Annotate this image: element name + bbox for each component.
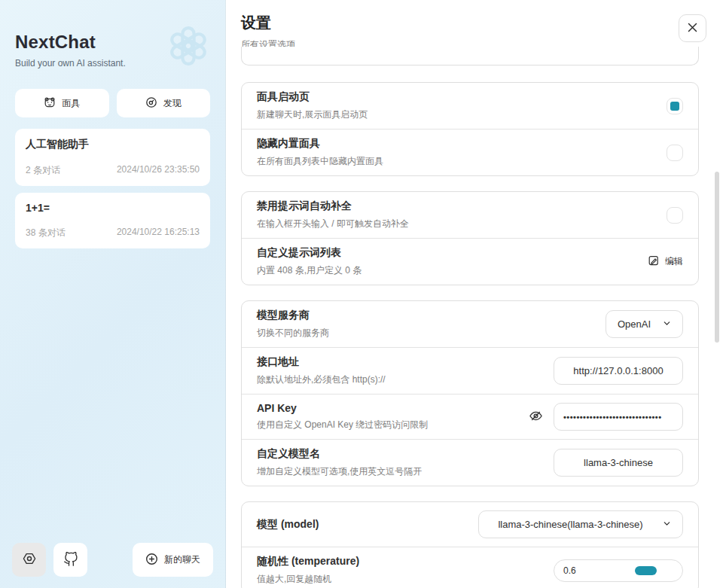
- setting-title: 模型服务商: [257, 309, 329, 322]
- openai-logo-icon: [167, 25, 209, 67]
- edit-button-label: 编辑: [665, 255, 683, 268]
- scrollbar[interactable]: [715, 172, 719, 343]
- setting-row-api-key: API Key 使用自定义 OpenAI Key 绕过密码访问限制: [242, 395, 698, 440]
- github-icon: [63, 551, 78, 568]
- chat-title: 人工智能助手: [26, 138, 200, 151]
- chat-title: 1+1=: [26, 202, 200, 214]
- edit-prompts-button[interactable]: 编辑: [648, 254, 683, 269]
- setting-title: 面具启动页: [257, 90, 368, 104]
- edit-icon: [648, 254, 660, 269]
- endpoint-input[interactable]: [554, 357, 683, 385]
- settings-scroll-area: 面具启动页 新建聊天时,展示面具启动页 隐藏内置面具 在所有面具列表中隐藏内置面…: [241, 47, 699, 588]
- setting-title: 随机性 (temperature): [257, 555, 359, 568]
- setting-row-provider: 模型服务商 切换不同的服务商 OpenAI: [242, 301, 698, 348]
- custom-models-input[interactable]: [554, 449, 683, 477]
- setting-row-model: 模型 (model) llama-3-chinese(llama-3-chine…: [242, 502, 698, 547]
- model-select[interactable]: llama-3-chinese(llama-3-chinese): [478, 510, 683, 538]
- close-button[interactable]: [679, 14, 706, 42]
- sidebar-top-buttons: 面具 发现: [15, 89, 210, 117]
- panel-provider: 模型服务商 切换不同的服务商 OpenAI 接口地址: [241, 300, 699, 486]
- settings-page: 设置 所有设置选项 面具启动页 新建聊天时,展示面具启动页: [226, 0, 723, 588]
- setting-title: 隐藏内置面具: [257, 137, 383, 151]
- settings-header: 设置 所有设置选项: [226, 0, 723, 51]
- chat-count: 2 条对话: [26, 164, 60, 177]
- setting-title: API Key: [257, 402, 428, 414]
- mask-icon: [44, 96, 56, 111]
- toggle-key-visibility-button[interactable]: [529, 409, 543, 425]
- chevron-down-icon: [663, 318, 671, 330]
- discover-button[interactable]: 发现: [117, 89, 211, 117]
- checkbox-check: [670, 102, 679, 111]
- chat-item[interactable]: 人工智能助手 2 条对话 2024/10/26 23:35:50: [15, 129, 210, 186]
- setting-subtitle: 新建聊天时,展示面具启动页: [257, 108, 368, 121]
- setting-row-endpoint: 接口地址 除默认地址外,必须包含 http(s)://: [242, 348, 698, 395]
- temperature-slider[interactable]: 0.6: [554, 559, 683, 582]
- setting-title: 模型 (model): [257, 518, 319, 532]
- temperature-value: 0.6: [563, 565, 576, 576]
- setting-row-custom-models: 自定义模型名 增加自定义模型可选项,使用英文逗号隔开: [242, 440, 698, 486]
- chat-time: 2024/10/26 23:35:50: [117, 164, 200, 177]
- setting-title: 自定义模型名: [257, 447, 422, 461]
- panel-model: 模型 (model) llama-3-chinese(llama-3-chine…: [241, 501, 699, 588]
- sidebar: NextChat Build your own AI assistant. 面具: [0, 0, 226, 588]
- add-circle-icon: [145, 553, 158, 568]
- chat-list: 人工智能助手 2 条对话 2024/10/26 23:35:50 1+1= 38…: [15, 129, 210, 248]
- chevron-down-icon: [663, 519, 671, 530]
- setting-subtitle: 使用自定义 OpenAI Key 绕过密码访问限制: [257, 419, 428, 431]
- setting-title: 自定义提示词列表: [257, 246, 362, 260]
- slider-thumb[interactable]: [635, 566, 657, 575]
- setting-subtitle: 增加自定义模型可选项,使用英文逗号隔开: [257, 465, 422, 478]
- panel-mask-options: 面具启动页 新建聊天时,展示面具启动页 隐藏内置面具 在所有面具列表中隐藏内置面…: [241, 82, 699, 176]
- discover-icon: [145, 96, 157, 111]
- hide-builtin-masks-checkbox[interactable]: [667, 145, 683, 161]
- provider-select[interactable]: OpenAI: [606, 310, 683, 338]
- setting-title: 禁用提示词自动补全: [257, 200, 409, 213]
- chat-item[interactable]: 1+1= 38 条对话 2024/10/22 16:25:13: [15, 193, 210, 248]
- chat-count: 38 条对话: [26, 227, 66, 239]
- new-chat-button[interactable]: 新的聊天: [133, 543, 213, 577]
- app: NextChat Build your own AI assistant. 面具: [0, 0, 723, 588]
- setting-subtitle: 除默认地址外,必须包含 http(s)://: [257, 373, 386, 386]
- setting-row-disable-autocomplete: 禁用提示词自动补全 在输入框开头输入 / 即可触发自动补全: [242, 192, 698, 239]
- api-key-input[interactable]: [554, 403, 683, 431]
- setting-row-hide-builtin-masks: 隐藏内置面具 在所有面具列表中隐藏内置面具: [242, 129, 698, 175]
- setting-title: 接口地址: [257, 355, 386, 369]
- panel-prompt-options: 禁用提示词自动补全 在输入框开头输入 / 即可触发自动补全 自定义提示词列表 内…: [241, 191, 699, 285]
- setting-row-mask-splash: 面具启动页 新建聊天时,展示面具启动页: [242, 83, 698, 129]
- eye-off-icon: [529, 409, 543, 425]
- panel-clipped-top: [241, 47, 699, 66]
- sidebar-footer: 新的聊天: [12, 543, 213, 577]
- new-chat-button-label: 新的聊天: [164, 553, 200, 566]
- setting-row-custom-prompts: 自定义提示词列表 内置 408 条,用户定义 0 条 编辑: [242, 239, 698, 285]
- setting-row-temperature: 随机性 (temperature) 值越大,回复越随机 0.6: [242, 547, 698, 588]
- setting-subtitle: 切换不同的服务商: [257, 327, 329, 340]
- mask-button[interactable]: 面具: [15, 89, 109, 117]
- chat-time: 2024/10/22 16:25:13: [117, 227, 200, 239]
- setting-subtitle: 在所有面具列表中隐藏内置面具: [257, 155, 383, 168]
- mask-button-label: 面具: [62, 97, 80, 110]
- provider-select-value: OpenAI: [618, 318, 651, 330]
- settings-button[interactable]: [12, 543, 46, 577]
- settings-gear-icon: [22, 551, 37, 568]
- github-button[interactable]: [53, 543, 87, 577]
- page-title: 设置: [241, 13, 708, 33]
- model-select-value: llama-3-chinese(llama-3-chinese): [490, 519, 651, 530]
- setting-subtitle: 内置 408 条,用户定义 0 条: [257, 264, 362, 277]
- disable-autocomplete-checkbox[interactable]: [667, 207, 683, 224]
- setting-subtitle: 值越大,回复越随机: [257, 573, 359, 586]
- discover-button-label: 发现: [163, 97, 182, 110]
- close-icon: [687, 22, 698, 35]
- mask-splash-checkbox[interactable]: [667, 98, 683, 114]
- setting-subtitle: 在输入框开头输入 / 即可触发自动补全: [257, 218, 409, 230]
